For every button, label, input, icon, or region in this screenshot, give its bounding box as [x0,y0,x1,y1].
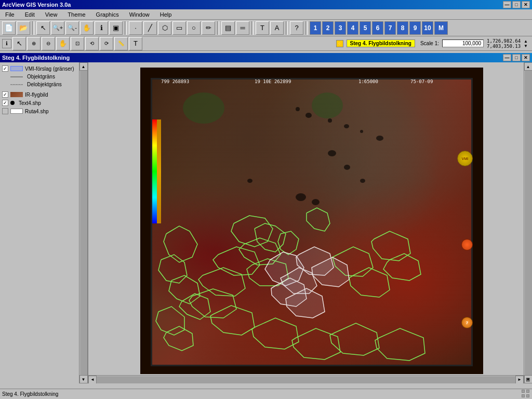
zoom-next[interactable]: ⟳ [100,37,113,50]
toc-item-2[interactable]: Delobjektgräns [2,81,85,88]
info-icon[interactable]: ℹ [2,39,11,48]
menu-help[interactable]: Help [157,10,175,19]
toc-checkbox-3[interactable]: ✓ [2,91,8,98]
draw-circle[interactable]: ○ [187,21,201,35]
num-btn-3[interactable]: 3 [335,21,346,35]
dark-spot-10 [296,193,306,201]
num-btn-6[interactable]: 6 [372,21,383,35]
maximize-button[interactable]: □ [512,1,521,8]
open-button[interactable]: 📂 [17,21,30,35]
num-btn-8[interactable]: 8 [397,21,408,35]
num-btn-1[interactable]: 1 [310,21,321,35]
toc-checkbox-4[interactable]: ✓ [2,100,8,106]
map-scroll-track-h[interactable] [97,376,515,383]
menu-view[interactable]: View [42,10,61,19]
toc-checkbox-0[interactable]: ✓ [2,65,8,72]
toc-label-0: VMI-förslag (gränser) [25,66,74,72]
menu-graphics[interactable]: Graphics [93,10,122,19]
draw-point[interactable]: · [129,21,142,35]
scroll-track[interactable] [80,71,87,375]
text-tool[interactable]: T [256,21,269,35]
num-btn-5[interactable]: 5 [360,21,371,35]
draw-freehand[interactable]: ✏ [202,21,215,35]
inner-close[interactable]: ✕ [522,54,530,61]
aerial-image: 799 268893 19 10E 262899 1:65000 75-07-0… [151,78,473,366]
menu-file[interactable]: File [2,10,18,19]
map-scrollbar-v[interactable]: ▲ ▼ [524,62,532,383]
toc-item-1[interactable]: Objektgräns [2,73,85,81]
map-scroll-left[interactable]: ◄ [88,376,97,384]
zoom-out2[interactable]: ⊖ [42,37,55,50]
draw-rect[interactable]: ▭ [172,21,186,35]
map-annotation-1: 799 268893 [161,79,189,84]
toc-item-3[interactable]: ✓ IR-flygbild [2,90,85,99]
dark-spot-2 [305,113,312,118]
close-button[interactable]: ✕ [522,1,530,8]
pointer-tool[interactable]: ↖ [36,21,50,35]
toc-checkbox-5[interactable] [2,108,8,114]
toc-symbol-3 [10,92,23,97]
toc-scrollbar[interactable]: ▲ ▼ [79,62,87,383]
menu-theme[interactable]: Theme [64,10,88,19]
coord-y: 7,403,350.13 [487,44,521,49]
marker-orange-2[interactable]: 7 [461,317,473,328]
map-canvas[interactable]: 799 268893 19 10E 262899 1:65000 75-07-0… [140,68,483,374]
zoom-out-tool[interactable]: 🔍- [65,21,79,35]
new-button[interactable]: 📄 [2,21,16,35]
zoom-in2[interactable]: ⊕ [27,37,41,50]
line-style[interactable]: ═ [236,21,249,35]
pan2[interactable]: ✋ [56,37,70,50]
marker-yellow[interactable]: VMI [457,151,473,166]
num-btn-10[interactable]: 10 [422,21,433,35]
inner-maximize[interactable]: □ [512,54,521,61]
menu-window[interactable]: Window [126,10,153,19]
map-annotation-4: 75-07-09 [410,79,433,84]
toc-item-0[interactable]: ✓ VMI-förslag (gränser) [2,64,85,73]
num-btn-9[interactable]: 9 [409,21,421,35]
menu-edit[interactable]: Edit [22,10,38,19]
help-tool[interactable]: ? [290,21,303,35]
fill-tool[interactable]: ▤ [221,21,235,35]
inner-minimize[interactable]: — [503,54,511,61]
inner-title-bar: Steg 4. Flygbildstolkning — □ ✕ [0,53,532,62]
toc-item-5[interactable]: Ruta4.shp [2,107,85,115]
toc-item-4[interactable]: ✓ Text4.shp [2,99,85,107]
map-scroll-right[interactable]: ► [515,376,524,384]
scroll-up-btn[interactable]: ▲ [79,62,88,71]
marker-orange-1[interactable] [461,239,473,250]
toc-symbol-1 [10,76,23,77]
pan-tool[interactable]: ✋ [80,21,94,35]
measure-tool[interactable]: 📏 [114,37,128,50]
toc-label-4: Text4.shp [19,100,41,106]
map-scroll-track-v[interactable] [525,71,532,375]
num-btn-2[interactable]: 2 [322,21,334,35]
separator2 [125,21,127,35]
text-tool2[interactable]: T [129,37,142,50]
num-btn-7[interactable]: 7 [384,21,396,35]
toc-label-2: Delobjektgräns [27,82,62,87]
num-btn-4[interactable]: 4 [347,21,358,35]
toolbar1: 📄 📂 ↖ 🔍+ 🔍- ✋ ℹ ▣ · ╱ ⬡ ▭ ○ ✏ ▤ ═ T A ? … [0,20,532,36]
scale-value[interactable]: 100,000 [442,39,484,47]
zoom-full[interactable]: ⊡ [71,37,84,50]
minimize-button[interactable]: — [503,1,511,8]
draw-line[interactable]: ╱ [143,21,157,35]
zoom-prev[interactable]: ⟲ [85,37,99,50]
resize-grid[interactable] [522,390,530,398]
map-scrollbar-h[interactable]: ◄ ► [88,375,524,383]
inner-window-controls: — □ ✕ [503,54,530,61]
map-scroll-up[interactable]: ▲ [524,62,533,71]
draw-poly[interactable]: ⬡ [158,21,171,35]
green-spot-2 [312,92,343,118]
identify-tool[interactable]: ℹ [95,21,108,35]
scroll-down-btn[interactable]: ▼ [79,375,88,383]
title-bar: ArcView GIS Version 3.0a — □ ✕ [0,0,532,9]
dark-spot-8 [344,165,350,170]
select-tool[interactable]: ▣ [109,21,123,35]
pointer-tool2[interactable]: ↖ [12,37,26,50]
resize-grip[interactable]: ⊞ [524,375,532,383]
coord-arrows[interactable]: ▲ ▼ [524,39,528,48]
label-tool[interactable]: A [270,21,284,35]
zoom-in-tool[interactable]: 🔍+ [51,21,64,35]
num-btn-m[interactable]: M [434,21,448,35]
